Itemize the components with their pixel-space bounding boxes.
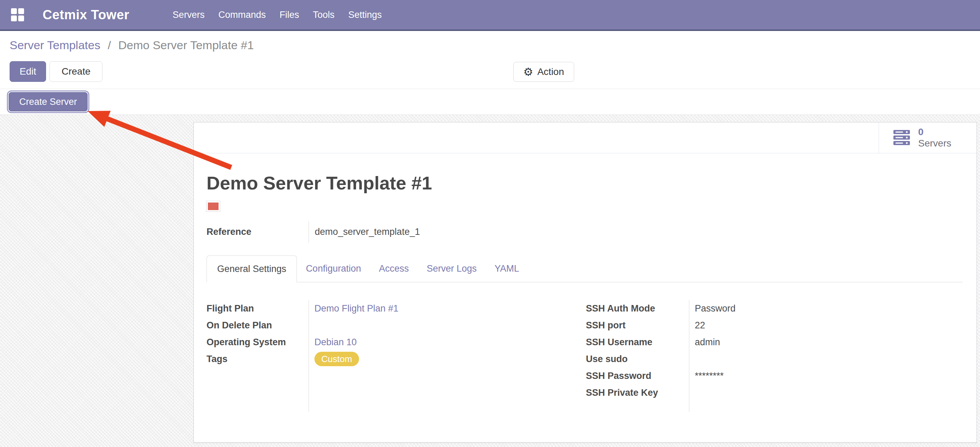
field-value: Debian 10 bbox=[309, 337, 357, 348]
notebook-tabs: General SettingsConfigurationAccessServe… bbox=[207, 255, 963, 282]
tag-badge: Custom bbox=[314, 352, 359, 366]
nav-item-files[interactable]: Files bbox=[272, 0, 306, 30]
field-value-link[interactable]: Demo Flight Plan #1 bbox=[314, 303, 399, 314]
app-brand[interactable]: Cetmix Tower bbox=[43, 8, 129, 22]
reference-label: Reference bbox=[207, 221, 309, 243]
tab-server-logs[interactable]: Server Logs bbox=[418, 255, 486, 282]
breadcrumb: Server Templates / Demo Server Template … bbox=[10, 38, 254, 52]
breadcrumb-current: Demo Server Template #1 bbox=[118, 38, 254, 51]
nav-item-servers[interactable]: Servers bbox=[165, 0, 211, 30]
field-label: SSH Username bbox=[586, 337, 689, 348]
servers-label: Servers bbox=[918, 138, 951, 149]
servers-stat-button[interactable]: 0 Servers bbox=[879, 122, 977, 153]
apps-menu-icon[interactable] bbox=[11, 8, 24, 21]
servers-count: 0 bbox=[918, 126, 951, 137]
field-group-right: SSH Auth ModePasswordSSH port22SSH Usern… bbox=[586, 300, 963, 412]
field-label: SSH Auth Mode bbox=[586, 303, 689, 314]
tab-yaml[interactable]: YAML bbox=[485, 255, 528, 282]
statusbar: Create Server bbox=[0, 89, 980, 115]
tab-general-settings[interactable]: General Settings bbox=[207, 255, 297, 282]
field-value: Password bbox=[689, 303, 736, 314]
field-label: SSH Password bbox=[586, 371, 689, 382]
tab-access[interactable]: Access bbox=[370, 255, 418, 282]
field-row-ssh-password: SSH Password******** bbox=[586, 367, 963, 385]
field-row-ssh-auth-mode: SSH Auth ModePassword bbox=[586, 300, 963, 317]
field-row-operating-system: Operating SystemDebian 10 bbox=[207, 334, 586, 351]
button-box: 0 Servers bbox=[194, 122, 977, 153]
top-navbar: Cetmix Tower ServersCommandsFilesToolsSe… bbox=[0, 0, 980, 31]
sheet-body: Demo Server Template #1 Reference demo_s… bbox=[194, 173, 977, 412]
reference-field-row: Reference demo_server_template_1 bbox=[207, 221, 963, 243]
control-panel-buttons: Edit Create bbox=[10, 61, 102, 82]
field-label: SSH Private Key bbox=[586, 388, 689, 398]
breadcrumb-parent-link[interactable]: Server Templates bbox=[10, 38, 100, 51]
field-row-ssh-private-key: SSH Private Key bbox=[586, 385, 963, 401]
field-value: Demo Flight Plan #1 bbox=[309, 303, 399, 314]
field-value: admin bbox=[689, 337, 720, 348]
color-swatch bbox=[207, 201, 220, 211]
field-label: Flight Plan bbox=[207, 303, 309, 314]
record-title: Demo Server Template #1 bbox=[207, 173, 963, 193]
action-button[interactable]: ⚙ Action bbox=[513, 62, 574, 82]
servers-stat-text: 0 Servers bbox=[918, 126, 951, 148]
field-value-link[interactable]: Debian 10 bbox=[314, 337, 357, 347]
field-row-ssh-username: SSH Usernameadmin bbox=[586, 334, 963, 351]
field-label: Tags bbox=[207, 354, 309, 364]
reference-value: demo_server_template_1 bbox=[309, 221, 420, 243]
field-value: ******** bbox=[689, 371, 724, 382]
field-row-flight-plan: Flight PlanDemo Flight Plan #1 bbox=[207, 300, 586, 317]
field-group-left: Flight PlanDemo Flight Plan #1On Delete … bbox=[207, 300, 586, 412]
breadcrumb-separator: / bbox=[108, 38, 111, 51]
field-row-tags: TagsCustom bbox=[207, 351, 586, 367]
field-label: On Delete Plan bbox=[207, 320, 309, 331]
create-server-button[interactable]: Create Server bbox=[9, 92, 88, 112]
field-row-ssh-port: SSH port22 bbox=[586, 317, 963, 334]
gear-icon: ⚙ bbox=[523, 66, 533, 77]
nav-item-commands[interactable]: Commands bbox=[211, 0, 272, 30]
nav-item-tools[interactable]: Tools bbox=[306, 0, 341, 30]
content-area: 0 Servers Demo Server Template #1 Refere… bbox=[0, 115, 980, 447]
tab-content: Flight PlanDemo Flight Plan #1On Delete … bbox=[207, 282, 963, 412]
server-stack-icon bbox=[893, 130, 911, 146]
action-button-label: Action bbox=[538, 66, 564, 77]
field-label: SSH port bbox=[586, 320, 689, 331]
form-sheet: 0 Servers Demo Server Template #1 Refere… bbox=[194, 122, 977, 443]
main-menu: ServersCommandsFilesToolsSettings bbox=[165, 0, 389, 30]
field-value: Custom bbox=[309, 352, 359, 366]
create-button[interactable]: Create bbox=[49, 61, 102, 82]
nav-item-settings[interactable]: Settings bbox=[341, 0, 389, 30]
field-row-use-sudo: Use sudo bbox=[586, 351, 963, 367]
field-row-on-delete-plan: On Delete Plan bbox=[207, 317, 586, 334]
field-value: 22 bbox=[689, 320, 705, 331]
field-label: Operating System bbox=[207, 337, 309, 348]
edit-button[interactable]: Edit bbox=[10, 61, 46, 82]
field-label: Use sudo bbox=[586, 354, 689, 364]
tab-configuration[interactable]: Configuration bbox=[297, 255, 370, 282]
